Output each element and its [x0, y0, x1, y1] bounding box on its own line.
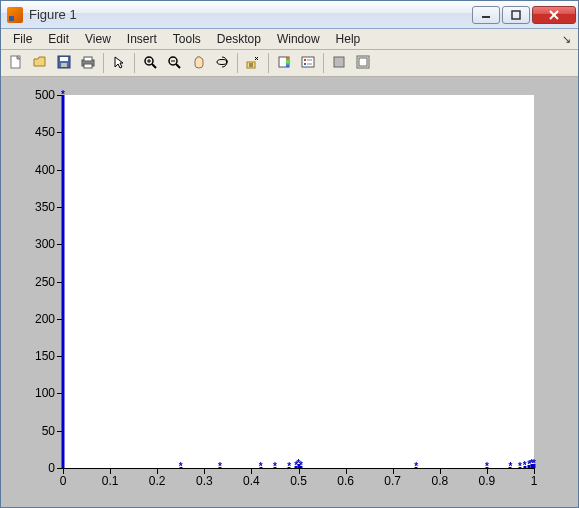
insert-colorbar-button[interactable]	[273, 52, 295, 74]
zoom-out-button[interactable]	[163, 52, 185, 74]
svg-point-18	[217, 59, 227, 64]
stem-line	[62, 95, 65, 468]
x-tick-label: 0.8	[431, 474, 448, 488]
y-tick-label: 0	[48, 461, 55, 475]
matlab-logo-icon	[7, 7, 23, 23]
menu-tools[interactable]: Tools	[165, 30, 209, 48]
y-tick-label: 50	[42, 424, 55, 438]
svg-line-12	[152, 64, 156, 68]
y-tick-label: 200	[35, 312, 55, 326]
zoom-in-icon	[143, 55, 157, 72]
pan-icon	[191, 55, 205, 72]
pan-button[interactable]	[187, 52, 209, 74]
svg-rect-27	[302, 57, 314, 67]
svg-rect-9	[84, 57, 92, 61]
hide-plot-tools-button[interactable]	[328, 52, 350, 74]
stem-marker: *	[531, 460, 538, 467]
svg-rect-1	[512, 11, 520, 19]
save-button[interactable]	[53, 52, 75, 74]
stem-marker: *	[60, 92, 67, 99]
rotate-3d-button[interactable]	[211, 52, 233, 74]
stem-marker: *	[177, 463, 184, 470]
figure-window: Figure 1 File Edit View Insert Tools Des…	[0, 0, 579, 508]
open-button[interactable]	[29, 52, 51, 74]
print-icon	[81, 55, 95, 72]
x-tick-label: 0.1	[102, 474, 119, 488]
menu-view[interactable]: View	[77, 30, 119, 48]
close-button[interactable]	[532, 6, 576, 24]
zoom-out-icon	[167, 55, 181, 72]
svg-rect-20	[247, 62, 255, 68]
minimize-button[interactable]	[472, 6, 500, 24]
stem-marker: *	[257, 463, 264, 470]
maximize-button[interactable]	[502, 6, 530, 24]
x-tick-label: 0.7	[384, 474, 401, 488]
open-icon	[33, 55, 47, 72]
menu-help[interactable]: Help	[328, 30, 369, 48]
y-tick-label: 450	[35, 125, 55, 139]
stem-marker: *	[413, 463, 420, 470]
x-tick-label: 0.6	[337, 474, 354, 488]
colorbar-icon	[277, 55, 291, 72]
save-icon	[57, 55, 71, 72]
stem-marker: *	[297, 462, 304, 469]
y-tick-label: 100	[35, 386, 55, 400]
y-tick-label: 150	[35, 349, 55, 363]
menu-edit[interactable]: Edit	[40, 30, 77, 48]
insert-legend-button[interactable]	[297, 52, 319, 74]
svg-line-16	[176, 64, 180, 68]
y-tick-label: 250	[35, 275, 55, 289]
dock-control-icon[interactable]: ↘	[562, 33, 574, 46]
new-icon	[9, 55, 23, 72]
pointer-button[interactable]	[108, 52, 130, 74]
svg-rect-10	[84, 64, 92, 68]
stem-marker: *	[216, 463, 223, 470]
x-tick-label: 1	[531, 474, 538, 488]
data-cursor-icon	[246, 55, 260, 72]
hide-tools-icon	[332, 55, 346, 72]
stem-marker: *	[286, 463, 293, 470]
window-title: Figure 1	[29, 7, 77, 22]
legend-icon	[301, 55, 315, 72]
x-tick-label: 0.2	[149, 474, 166, 488]
svg-rect-34	[359, 58, 367, 66]
stem-marker: *	[483, 463, 490, 470]
axes[interactable]: 05010015020025030035040045050000.10.20.3…	[62, 95, 534, 469]
show-plot-tools-button[interactable]	[352, 52, 374, 74]
toolbar	[1, 50, 578, 77]
x-tick-label: 0.3	[196, 474, 213, 488]
y-tick-label: 300	[35, 237, 55, 251]
print-button[interactable]	[77, 52, 99, 74]
axes-container: 05010015020025030035040045050000.10.20.3…	[7, 83, 572, 501]
x-tick-label: 0.4	[243, 474, 260, 488]
y-tick-label: 500	[35, 88, 55, 102]
show-tools-icon	[356, 55, 370, 72]
stem-marker: *	[271, 463, 278, 470]
svg-rect-7	[61, 63, 67, 67]
menu-file[interactable]: File	[5, 30, 40, 48]
menu-insert[interactable]: Insert	[119, 30, 165, 48]
y-tick-label: 400	[35, 163, 55, 177]
pointer-icon	[112, 55, 126, 72]
svg-rect-32	[334, 57, 344, 67]
menu-desktop[interactable]: Desktop	[209, 30, 269, 48]
menubar: File Edit View Insert Tools Desktop Wind…	[1, 29, 578, 50]
svg-rect-6	[60, 57, 68, 61]
y-tick-label: 350	[35, 200, 55, 214]
x-tick-label: 0.5	[290, 474, 307, 488]
new-figure-button[interactable]	[5, 52, 27, 74]
menu-window[interactable]: Window	[269, 30, 328, 48]
x-tick-label: 0	[60, 474, 67, 488]
rotate-3d-icon	[215, 55, 229, 72]
stem-marker: *	[507, 463, 514, 470]
figure-client-area: 05010015020025030035040045050000.10.20.3…	[1, 77, 578, 507]
zoom-in-button[interactable]	[139, 52, 161, 74]
titlebar[interactable]: Figure 1	[1, 1, 578, 29]
data-cursor-button[interactable]	[242, 52, 264, 74]
svg-rect-26	[286, 57, 289, 67]
x-tick-label: 0.9	[479, 474, 496, 488]
